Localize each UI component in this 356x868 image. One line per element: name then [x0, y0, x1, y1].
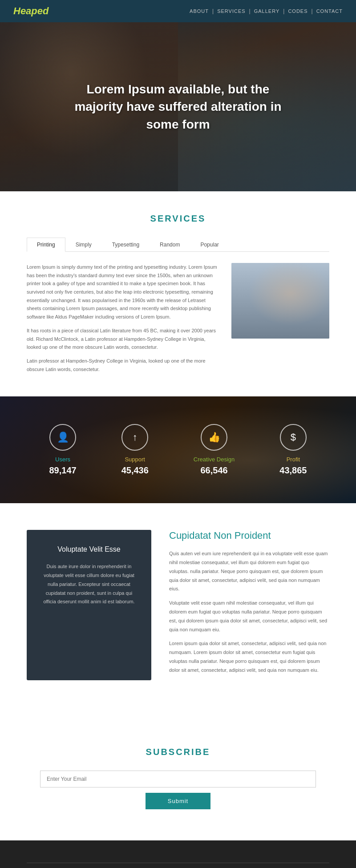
- stat-users-label: Users: [49, 456, 76, 463]
- services-p3: Latin professor at Hampden-Sydney Colleg…: [27, 357, 218, 373]
- nav-logo: Heaped: [13, 5, 49, 17]
- profit-icon: $: [280, 424, 307, 451]
- stat-support: ↑ Support 45,436: [121, 424, 149, 476]
- nav-codes[interactable]: CODES: [288, 8, 307, 14]
- info-box-title: Voluptate Velit Esse: [40, 545, 138, 553]
- services-title: SERVICES: [27, 214, 329, 224]
- stat-users: 👤 Users 89,147: [49, 424, 76, 476]
- services-p2: It has roots in a piece of classical Lat…: [27, 327, 218, 351]
- info-section: Voluptate Velit Esse Duis aute irure dol…: [0, 503, 356, 707]
- nav-links: ABOUT SERVICES GALLERY CODES CONTACT: [190, 8, 343, 14]
- navbar: Heaped ABOUT SERVICES GALLERY CODES CONT…: [0, 0, 356, 22]
- nav-contact[interactable]: CONTACT: [316, 8, 343, 14]
- info-content: Cupidatat Non Proident Quis auten vel eu…: [169, 530, 329, 680]
- design-icon: 👍: [201, 424, 227, 451]
- stat-design-label: Creative Design: [194, 456, 235, 463]
- services-text: Lorem Ipsum is simply dummy text of the …: [27, 263, 218, 379]
- services-image-overlay: [231, 263, 329, 339]
- info-content-p1: Quis auten vel eum iure reprehenderit qu…: [169, 549, 329, 593]
- stat-design: 👍 Creative Design 66,546: [194, 424, 235, 476]
- stat-profit-number: 43,865: [279, 465, 307, 476]
- nav-gallery[interactable]: GALLERY: [254, 8, 280, 14]
- hero-headline: Lorem Ipsum available, but the majority …: [71, 81, 285, 133]
- subscribe-title: SUBSCRIBE: [27, 747, 329, 757]
- stat-support-number: 45,436: [121, 465, 149, 476]
- stat-profit-label: Profit: [279, 456, 307, 463]
- users-icon: 👤: [49, 424, 76, 451]
- hero-section: Lorem Ipsum available, but the majority …: [0, 22, 356, 191]
- stat-users-number: 89,147: [49, 465, 76, 476]
- email-input[interactable]: [40, 771, 316, 787]
- services-image: [231, 263, 329, 339]
- footer: Information Lorem ipsum dolor sit amet, …: [0, 840, 356, 868]
- info-content-p3: Lorem ipsum quia dolor sit amet, consect…: [169, 639, 329, 674]
- info-content-title: Cupidatat Non Proident: [169, 530, 329, 541]
- nav-services[interactable]: SERVICES: [217, 8, 245, 14]
- services-p1: Lorem Ipsum is simply dummy text of the …: [27, 263, 218, 321]
- info-box: Voluptate Velit Esse Duis aute irure dol…: [27, 530, 151, 680]
- stat-profit: $ Profit 43,865: [279, 424, 307, 476]
- support-icon: ↑: [121, 424, 148, 451]
- hero-text: Lorem Ipsum available, but the majority …: [53, 81, 303, 133]
- stats-section: 👤 Users 89,147 ↑ Support 45,436 👍 Creati…: [0, 396, 356, 503]
- nav-about[interactable]: ABOUT: [190, 8, 209, 14]
- subscribe-section: SUBSCRIBE Submit: [0, 720, 356, 840]
- tab-simply[interactable]: Simply: [65, 238, 102, 252]
- submit-button[interactable]: Submit: [146, 793, 210, 809]
- tab-popular[interactable]: Popular: [190, 238, 229, 252]
- info-box-text: Duis aute irure dolor in reprehenderit i…: [40, 562, 138, 606]
- stat-design-number: 66,546: [194, 465, 235, 476]
- stat-support-label: Support: [121, 456, 149, 463]
- spacer: [0, 707, 356, 720]
- tab-printing[interactable]: Printing: [27, 238, 65, 252]
- info-content-p2: Voluptate velit esse quam nihil molestia…: [169, 599, 329, 634]
- subscribe-form: Submit: [40, 771, 316, 809]
- services-section: SERVICES Printing Simply Typesetting Ran…: [0, 191, 356, 396]
- stats-grid: 👤 Users 89,147 ↑ Support 45,436 👍 Creati…: [0, 424, 356, 476]
- tab-typesetting[interactable]: Typesetting: [102, 238, 150, 252]
- tab-random[interactable]: Random: [150, 238, 190, 252]
- services-tabs: Printing Simply Typesetting Random Popul…: [27, 237, 329, 252]
- footer-top: Information Lorem ipsum dolor sit amet, …: [27, 863, 329, 868]
- services-content: Lorem Ipsum is simply dummy text of the …: [27, 263, 329, 379]
